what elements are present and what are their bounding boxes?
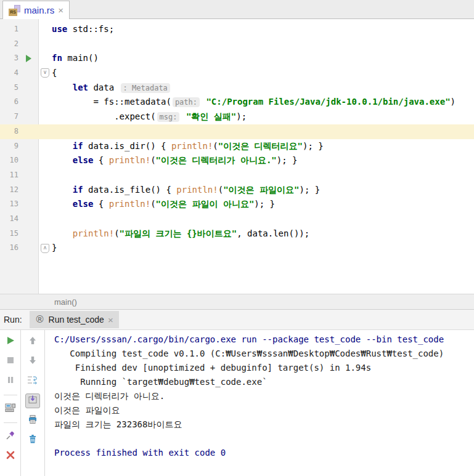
code-text: }: [52, 241, 474, 256]
line-number: 6: [0, 95, 18, 110]
run-config-tab[interactable]: ® Run test_code ×: [30, 311, 119, 328]
line-number: 2: [0, 37, 18, 52]
breadcrumb-bar: main(): [0, 294, 474, 310]
gutter-cell: [18, 95, 38, 110]
line-number: 8: [0, 124, 18, 139]
code-line: 8: [0, 124, 474, 139]
code-line: 6 = fs::metadata(path: "C:/Program Files…: [0, 95, 474, 110]
run-toolbar: [0, 330, 21, 476]
pin-tab-button[interactable]: [3, 429, 18, 444]
gutter-cell: [18, 66, 38, 81]
code-text: [52, 168, 474, 183]
fold-cell: [38, 51, 52, 66]
line-number: 5: [0, 81, 18, 95]
run-arrow-icon[interactable]: [26, 55, 31, 62]
gutter-cell: [18, 183, 38, 198]
gutter-cell: [18, 81, 38, 95]
rerun-button[interactable]: [3, 334, 18, 349]
rust-file-icon: RS: [9, 5, 20, 16]
console-line: 이것은 디렉터리가 아니요.: [46, 389, 474, 403]
code-line: 4∨{: [0, 66, 474, 81]
console-line: Process finished with exit code 0: [46, 446, 474, 460]
print-button[interactable]: [25, 413, 40, 428]
stop-button[interactable]: [3, 354, 18, 369]
fold-cell: [38, 95, 52, 110]
console-line: 이것은 파일이요: [46, 403, 474, 418]
fold-marker-icon[interactable]: ∧: [41, 244, 49, 253]
console-line: Finished dev [unoptimized + debuginfo] t…: [46, 361, 474, 375]
gutter-cell: [18, 197, 38, 212]
run-tool-window-header: Run: ® Run test_code ×: [0, 310, 474, 329]
console-line: Running `target₩debug₩test_code.exe`: [46, 375, 474, 389]
code-text: = fs::metadata(path: "C:/Program Files/J…: [52, 95, 474, 110]
code-line: 9 if data.is_dir() { println!("이것은 디렉터리요…: [0, 139, 474, 154]
close-x-icon: [6, 450, 15, 462]
close-run-tab-icon[interactable]: ×: [108, 315, 113, 325]
code-text: let data : Metadata: [52, 81, 474, 95]
code-line: 5 let data : Metadata: [0, 81, 474, 95]
code-text: else { println!("이것은 디렉터리가 아니요."); }: [52, 153, 474, 168]
play-icon: [6, 336, 15, 348]
code-line: 16∧}: [0, 241, 474, 256]
restore-layout-button[interactable]: [3, 401, 18, 416]
up-stack-trace-button[interactable]: [25, 334, 40, 349]
pause-button[interactable]: [3, 374, 18, 389]
code-text: {: [52, 66, 474, 81]
soft-wrap-button[interactable]: [25, 374, 40, 389]
run-console: C:/Users/sssan/.cargo/bin/cargo.exe run …: [0, 329, 474, 476]
console-output[interactable]: C:/Users/sssan/.cargo/bin/cargo.exe run …: [46, 333, 474, 460]
fold-cell: [38, 197, 52, 212]
pause-icon: [6, 375, 15, 387]
fold-cell: [38, 212, 52, 227]
gutter-cell: [18, 168, 38, 183]
fold-cell: [38, 124, 52, 139]
trash-icon: [28, 434, 38, 446]
code-editor[interactable]: 1use std::fs;23fn main()4∨{5 let data : …: [0, 19, 474, 294]
console-line: C:/Users/sssan/.cargo/bin/cargo.exe run …: [46, 333, 474, 347]
gutter-cell: [18, 139, 38, 154]
code-line: 10 else { println!("이것은 디렉터리가 아니요."); }: [0, 153, 474, 168]
code-text: use std::fs;: [52, 22, 474, 37]
scroll-end-icon: [28, 395, 38, 407]
run-panel-label: Run:: [4, 315, 22, 325]
toolbar-separator: [4, 422, 17, 423]
gutter-cell: [18, 212, 38, 227]
code-line: 13 else { println!("이것은 파일이 아니요"); }: [0, 197, 474, 212]
fold-cell: [38, 153, 52, 168]
arrow-down-icon: [28, 355, 38, 368]
soft-wrap-icon: [27, 375, 38, 387]
tab-main-rs[interactable]: RS main.rs ×: [2, 1, 70, 19]
code-line: 15 println!("파일의 크기는 {}바이트요", data.len()…: [0, 227, 474, 241]
fold-cell[interactable]: ∧: [38, 241, 52, 256]
tab-title: main.rs: [24, 5, 54, 15]
down-stack-trace-button[interactable]: [25, 354, 40, 369]
line-number: 16: [0, 241, 18, 256]
breadcrumb-item-main[interactable]: main(): [54, 297, 77, 307]
code-line: 1use std::fs;: [0, 22, 474, 37]
scroll-to-end-button[interactable]: [25, 393, 40, 408]
close-button[interactable]: [3, 449, 18, 464]
fold-marker-icon[interactable]: ∨: [41, 68, 49, 78]
fold-cell: [38, 227, 52, 241]
fold-cell: [38, 81, 52, 95]
line-number: 11: [0, 168, 18, 183]
code-line: 14: [0, 212, 474, 227]
code-line: 11: [0, 168, 474, 183]
run-tab-label: Run test_code: [49, 315, 104, 325]
fold-cell: [38, 22, 52, 37]
line-number: 3: [0, 51, 18, 66]
gutter-cell: [18, 37, 38, 52]
close-tab-icon[interactable]: ×: [58, 6, 63, 15]
code-line: 3fn main(): [0, 51, 474, 66]
code-line: 7 .expect(msg: "확인 실패");: [0, 110, 474, 124]
run-line-icon[interactable]: [18, 51, 38, 66]
code-text: println!("파일의 크기는 {}바이트요", data.len());: [52, 227, 474, 241]
console-line: Compiling test_code v0.1.0 (C:₩Users₩sss…: [46, 347, 474, 361]
editor-tab-bar: RS main.rs ×: [0, 0, 474, 19]
clear-all-button[interactable]: [25, 433, 40, 448]
pin-icon: [6, 430, 15, 443]
fold-cell[interactable]: ∨: [38, 66, 52, 81]
line-number: 12: [0, 183, 18, 198]
code-lines: 1use std::fs;23fn main()4∨{5 let data : …: [0, 22, 474, 256]
code-text: [52, 212, 474, 227]
